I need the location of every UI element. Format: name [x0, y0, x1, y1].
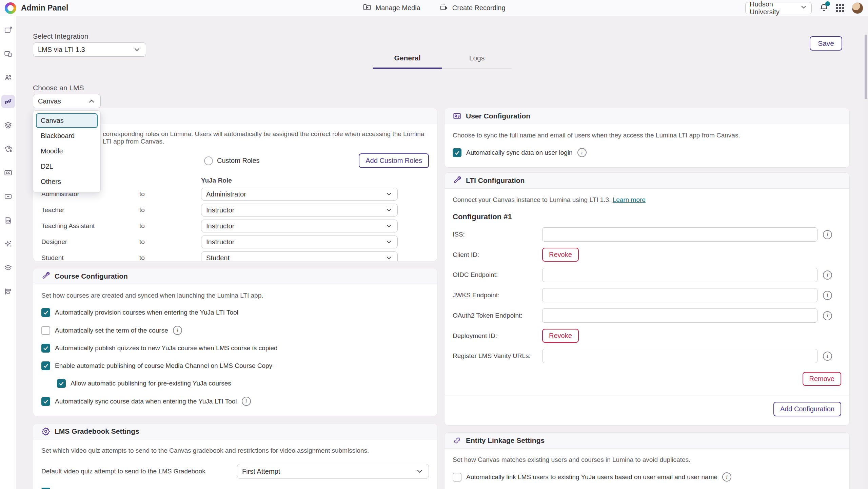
yuja-role-select[interactable]: Instructor [201, 204, 398, 217]
sync-course-data-checkbox[interactable] [41, 397, 50, 406]
lms-select[interactable]: Canvas [33, 94, 101, 108]
avatar[interactable] [852, 2, 863, 14]
set-term-checkbox[interactable] [41, 326, 50, 335]
add-configuration-button[interactable]: Add Configuration [773, 402, 841, 416]
allow-preexisting-publishing-checkbox[interactable] [57, 379, 66, 388]
stack-icon[interactable] [1, 261, 15, 275]
gradebook-description: Set which video quiz attempts to send to… [41, 447, 429, 454]
users-group-icon[interactable] [1, 71, 15, 84]
auto-link-users-checkbox[interactable] [453, 473, 461, 482]
vanity-urls-input[interactable] [542, 349, 817, 363]
scrollbar-thumb[interactable] [865, 35, 867, 99]
prevent-modifying-checkbox[interactable] [41, 488, 50, 489]
create-recording-button[interactable]: Create Recording [439, 3, 506, 13]
devices-icon[interactable] [1, 47, 15, 61]
lti-configuration-panel: LTI Configuration Connect your Canvas in… [444, 172, 850, 426]
field-row-vanity-urls: Register LMS Vanity URLs: [453, 349, 841, 363]
info-icon[interactable] [823, 291, 832, 300]
lms-option-moodle[interactable]: Moodle [36, 144, 98, 158]
revoke-deployment-id-button[interactable]: Revoke [542, 329, 579, 343]
oauth2-token-endpoint-input[interactable] [542, 308, 817, 323]
gear-icon [41, 427, 50, 436]
lms-option-others[interactable]: Others [36, 174, 98, 189]
field-row-iss: ISS: [453, 227, 841, 242]
info-icon[interactable] [242, 397, 251, 406]
course-configuration-description: Set how courses are created and synced w… [41, 292, 429, 299]
chevron-down-icon [385, 254, 393, 261]
gradebook-settings-panel: LMS Gradebook Settings Set which video q… [33, 423, 437, 489]
tab-logs[interactable]: Logs [442, 54, 512, 69]
info-icon[interactable] [823, 230, 832, 239]
custom-roles-radio[interactable] [204, 156, 213, 165]
chevron-down-icon [385, 206, 393, 214]
entity-linkage-title: Entity Linkage Settings [466, 436, 545, 445]
id-card-icon [453, 112, 461, 120]
scrollbar[interactable] [864, 32, 868, 489]
tab-general[interactable]: General [373, 54, 442, 69]
divider [445, 394, 849, 394]
publish-quizzes-checkbox[interactable] [41, 344, 50, 353]
iss-input[interactable] [542, 227, 817, 242]
info-icon[interactable] [722, 472, 731, 482]
select-integration-label: Select Integration [33, 32, 88, 40]
report-list-icon[interactable] [1, 285, 15, 298]
checkbox-row: Automatically sync course data when ente… [41, 397, 429, 406]
lms-option-blackboard[interactable]: Blackboard [36, 129, 98, 143]
organization-select[interactable]: Hudson University [745, 2, 812, 14]
info-icon[interactable] [577, 148, 587, 157]
checkbox-row: Automatically sync data on user login [453, 148, 841, 157]
yuja-role-column-header: YuJa Role [201, 177, 429, 184]
folder-play-icon [362, 3, 371, 13]
yuja-role-select[interactable]: Student [201, 251, 398, 261]
learn-more-link[interactable]: Learn more [613, 196, 646, 203]
add-custom-roles-button[interactable]: Add Custom Roles [359, 153, 429, 168]
yuja-role-select[interactable]: Instructor [201, 220, 398, 232]
lms-option-d2l[interactable]: D2L [36, 159, 98, 174]
captions-cc-icon[interactable] [1, 166, 15, 180]
ai-sparkle-icon[interactable] [1, 237, 15, 251]
integration-select[interactable]: LMS via LTI 1.3 [33, 42, 146, 57]
yuja-role-select[interactable]: Instructor [201, 236, 398, 248]
inbox-tray-icon[interactable] [1, 190, 15, 203]
wrench-icon [41, 272, 50, 281]
layers-icon[interactable] [1, 118, 15, 132]
user-configuration-title: User Configuration [466, 112, 530, 120]
file-video-icon[interactable] [1, 213, 15, 227]
manage-media-button[interactable]: Manage Media [362, 3, 420, 13]
tag-icon[interactable] [1, 142, 15, 156]
check-icon [43, 398, 49, 405]
apps-grid-button[interactable] [836, 4, 844, 12]
attempt-select[interactable]: First Attempt [237, 464, 429, 479]
notification-dot [825, 1, 830, 6]
lti-configuration-title: LTI Configuration [466, 176, 525, 185]
lms-option-canvas[interactable]: Canvas [36, 113, 98, 128]
revoke-client-id-button[interactable]: Revoke [542, 248, 579, 262]
remove-configuration-button[interactable]: Remove [803, 372, 841, 386]
yuja-role-select[interactable]: Administrator [201, 188, 398, 201]
topbar-right: Hudson University [745, 2, 863, 14]
auto-publish-media-channel-checkbox[interactable] [41, 361, 50, 370]
checkbox-row: Automatically set the term of the course [41, 326, 429, 335]
check-icon [43, 363, 49, 369]
save-button[interactable]: Save [810, 36, 842, 51]
sync-user-data-checkbox[interactable] [453, 148, 461, 157]
media-window-icon[interactable] [1, 23, 15, 37]
info-icon[interactable] [823, 270, 832, 280]
oidc-endpoint-input[interactable] [542, 268, 817, 282]
role-row: Teaching Assistant to Instructor [41, 220, 429, 232]
custom-roles-radio-group: Custom Roles [204, 156, 260, 165]
choose-lms-label: Choose an LMS [33, 84, 84, 92]
notifications-button[interactable] [819, 3, 829, 14]
jwks-endpoint-input[interactable] [542, 288, 817, 302]
tabs: General Logs [373, 54, 512, 69]
topbar: Admin Panel Manage Media Create Recordin… [0, 0, 868, 16]
provision-courses-checkbox[interactable] [41, 308, 50, 317]
brand: Admin Panel [5, 2, 68, 14]
info-icon[interactable] [823, 352, 832, 361]
info-icon[interactable] [823, 311, 832, 320]
chevron-up-icon [87, 97, 96, 105]
field-row-oidc: OIDC Endpoint: [453, 268, 841, 282]
info-icon[interactable] [173, 326, 182, 335]
integrations-plug-icon[interactable] [1, 95, 15, 108]
page-title: Admin Panel [21, 3, 68, 13]
